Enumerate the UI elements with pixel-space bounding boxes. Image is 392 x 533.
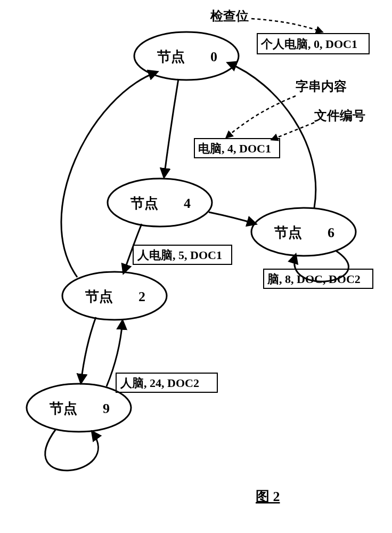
node-4-prefix: 节点 bbox=[130, 196, 158, 211]
data-box-6: 脑, 8, DOC, DOC2 bbox=[264, 269, 373, 288]
edge-2-0 bbox=[61, 72, 157, 277]
edge-4-6 bbox=[209, 212, 256, 224]
anno-arrow-file bbox=[272, 123, 314, 140]
svg-point-4 bbox=[27, 384, 131, 432]
svg-point-1 bbox=[108, 179, 212, 227]
node-9-num: 9 bbox=[103, 401, 110, 416]
svg-point-3 bbox=[251, 208, 356, 256]
anno-arrow-checkbit bbox=[251, 19, 322, 32]
anno-arrow-string bbox=[226, 96, 296, 138]
data-box-0-text: 个人电脑, 0, DOC1 bbox=[260, 37, 357, 51]
node-2: 节点 2 bbox=[62, 272, 167, 320]
edge-2-9 bbox=[81, 317, 96, 383]
anno-checkbit: 检查位 bbox=[210, 9, 249, 23]
data-box-2: 人电脑, 5, DOC1 bbox=[133, 245, 232, 264]
figure-label: 图 2 bbox=[256, 489, 280, 504]
node-0-num: 0 bbox=[210, 49, 217, 64]
node-6: 节点 6 bbox=[251, 208, 356, 256]
node-0: 节点 0 bbox=[134, 32, 239, 80]
graph-diagram: 节点 0 节点 4 节点 2 节点 6 节点 9 个人电脑, 0, DOC1 电… bbox=[0, 0, 392, 533]
edge-9-self bbox=[45, 429, 99, 471]
data-box-4: 电脑, 4, DOC1 bbox=[194, 139, 280, 158]
data-box-2-text: 人电脑, 5, DOC1 bbox=[137, 248, 222, 262]
svg-point-2 bbox=[62, 272, 167, 320]
edge-0-4 bbox=[164, 79, 178, 177]
node-9-prefix: 节点 bbox=[49, 401, 77, 416]
node-6-num: 6 bbox=[328, 225, 334, 240]
node-0-prefix: 节点 bbox=[157, 49, 185, 64]
node-6-prefix: 节点 bbox=[274, 225, 302, 240]
data-box-0: 个人电脑, 0, DOC1 bbox=[257, 34, 369, 54]
node-2-num: 2 bbox=[138, 289, 145, 304]
anno-file: 文件编号 bbox=[314, 109, 365, 123]
data-box-6-text: 脑, 8, DOC, DOC2 bbox=[267, 272, 361, 286]
node-2-prefix: 节点 bbox=[85, 289, 113, 304]
data-box-9: 人脑, 24, DOC2 bbox=[116, 373, 217, 392]
data-box-9-text: 人脑, 24, DOC2 bbox=[120, 376, 199, 390]
node-4: 节点 4 bbox=[108, 179, 212, 227]
node-9: 节点 9 bbox=[27, 384, 131, 432]
node-4-num: 4 bbox=[184, 196, 191, 211]
svg-point-0 bbox=[134, 32, 239, 80]
anno-string: 字串内容 bbox=[296, 79, 347, 93]
data-box-4-text: 电脑, 4, DOC1 bbox=[198, 142, 271, 155]
